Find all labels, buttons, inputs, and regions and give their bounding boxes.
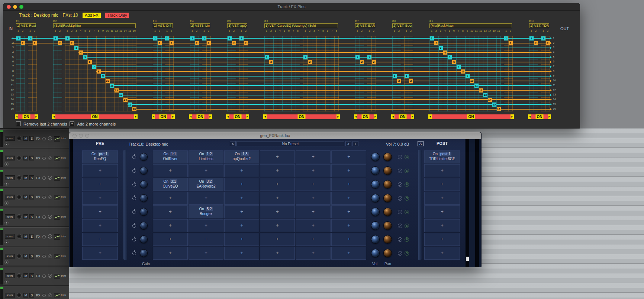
fx-name[interactable]: 1) VST: Oril: [153, 23, 173, 28]
chevron-down-icon[interactable]: ▾: [4, 260, 9, 264]
fx-power-icon[interactable]: [42, 196, 46, 199]
fx-name[interactable]: 2) VST: Boog: [392, 23, 412, 28]
vol-knob[interactable]: [371, 235, 380, 244]
phase-button[interactable]: [48, 136, 52, 140]
pin-connector[interactable]: 2: [372, 60, 376, 64]
pan-knob[interactable]: [383, 194, 392, 202]
chevron-down-icon[interactable]: ▾: [4, 162, 9, 166]
post-slot[interactable]: +: [424, 178, 460, 191]
pan-knob[interactable]: [383, 221, 392, 230]
bypass-button[interactable]: [398, 237, 402, 242]
gain-knob[interactable]: [140, 235, 148, 243]
mute-button[interactable]: M: [23, 136, 28, 141]
chevron-down-icon[interactable]: ▾: [4, 240, 9, 244]
on-bar-right-cap[interactable]: ▶: [209, 114, 212, 119]
post-slot[interactable]: +: [424, 219, 460, 232]
pre-slot[interactable]: +: [82, 178, 118, 191]
fx-name[interactable]: 2) VST3: Limit: [190, 23, 210, 28]
on-bar-right-cap[interactable]: ▶: [246, 114, 249, 119]
track-strip[interactable]: ROUTEMSFXtrim▾: [0, 247, 69, 266]
fx-slot[interactable]: +: [224, 205, 259, 218]
envelope-icon[interactable]: [54, 176, 60, 181]
solo-button[interactable]: S: [29, 195, 34, 199]
fx-on-bar[interactable]: ◀▶ON: [226, 114, 249, 119]
fx-slot[interactable]: +: [296, 205, 331, 218]
row-power-button[interactable]: [132, 210, 136, 214]
pin-connector[interactable]: 2: [58, 41, 62, 45]
pin-connector[interactable]: 5: [83, 55, 87, 59]
pin-connector[interactable]: 15: [492, 103, 496, 107]
pin-connector[interactable]: 2: [534, 41, 538, 45]
on-bar-left-cap[interactable]: ◀: [15, 114, 18, 119]
on-bar-left-cap[interactable]: ◀: [354, 114, 357, 119]
fx-slot[interactable]: +: [224, 178, 259, 191]
fx-slot[interactable]: +: [296, 219, 331, 232]
track-strip[interactable]: ROUTEMSFXtrim▾: [0, 169, 69, 188]
on-bar-right-cap[interactable]: ▶: [411, 114, 414, 119]
fx-slot[interactable]: +: [296, 247, 331, 260]
bypass-button[interactable]: [398, 251, 402, 256]
gain-knob[interactable]: [140, 208, 148, 216]
fx-slot[interactable]: +: [153, 219, 188, 232]
pin-grid-out[interactable]: [541, 36, 550, 111]
gain-knob[interactable]: [140, 194, 148, 202]
pin-connector[interactable]: 2: [207, 41, 211, 45]
pin-connector[interactable]: 12: [115, 88, 119, 92]
solo-button[interactable]: S: [29, 175, 34, 180]
row-power-button[interactable]: [132, 155, 136, 159]
pin-connector[interactable]: 15: [128, 103, 132, 107]
fx-slot[interactable]: +: [189, 247, 223, 260]
fx-on-bar[interactable]: ◀▶ON: [354, 114, 377, 119]
on-bar-right-cap[interactable]: ▶: [548, 114, 551, 119]
route-button[interactable]: ROUTE: [5, 234, 15, 239]
on-bar-left-cap[interactable]: ◀: [428, 114, 432, 119]
bypass-button[interactable]: [398, 196, 402, 201]
pin-connector[interactable]: 9: [466, 74, 470, 78]
fx-slot[interactable]: +: [153, 205, 188, 218]
pin-connector[interactable]: 13: [483, 93, 487, 97]
fx-on-bar[interactable]: ◀▶ON: [15, 114, 38, 119]
pin-grid-in[interactable]: [529, 36, 538, 111]
fx-power-icon[interactable]: [42, 215, 46, 219]
vol-knob[interactable]: [371, 153, 380, 161]
solo-button[interactable]: S: [405, 169, 409, 173]
envelope-icon[interactable]: [54, 195, 60, 200]
pin-connector[interactable]: 8: [97, 69, 101, 74]
track-only-button[interactable]: Track Only: [105, 13, 129, 18]
pin-connector[interactable]: 2: [434, 41, 438, 45]
mute-button[interactable]: M: [23, 254, 28, 259]
fx-slot[interactable]: +: [224, 164, 259, 177]
phase-button[interactable]: [48, 234, 52, 238]
pin-connector[interactable]: 2: [244, 41, 248, 45]
fx-slot[interactable]: +: [296, 192, 331, 205]
bypass-button[interactable]: [398, 169, 402, 173]
pin-connector[interactable]: 2: [21, 41, 25, 45]
fx-on-bar[interactable]: ◀▶ON: [391, 114, 414, 119]
on-bar-right-cap[interactable]: ▶: [511, 114, 514, 119]
pin-connector[interactable]: 16: [132, 107, 136, 111]
envelope-icon[interactable]: [54, 274, 60, 279]
phase-button[interactable]: [48, 176, 52, 180]
pin-connector[interactable]: 14: [123, 98, 128, 102]
solo-button[interactable]: S: [29, 136, 34, 141]
track-strip[interactable]: ROUTEMSFXtrim▾: [0, 227, 69, 246]
pin-connector[interactable]: 7: [457, 65, 461, 69]
pin-grid-out[interactable]: [28, 36, 37, 111]
pin-connector[interactable]: 1: [165, 36, 169, 40]
vol-knob[interactable]: [371, 221, 380, 230]
fx-slot[interactable]: +: [189, 164, 223, 177]
fx-slot[interactable]: +: [153, 247, 188, 260]
record-arm-button[interactable]: [17, 273, 22, 278]
pan-knob[interactable]: [383, 180, 392, 189]
fx-slot[interactable]: +: [331, 192, 366, 205]
solo-button[interactable]: S: [29, 254, 34, 259]
gain-knob[interactable]: [140, 181, 148, 188]
pin-grid-out[interactable]: [165, 36, 174, 111]
pin-connector[interactable]: 2: [308, 60, 312, 64]
pin-grid-out[interactable]: [202, 36, 211, 111]
pan-knob[interactable]: [383, 249, 392, 257]
pan-knob[interactable]: [383, 208, 392, 216]
pan-knob[interactable]: [383, 166, 392, 175]
mute-button[interactable]: M: [23, 156, 28, 160]
pin-grid-in[interactable]: [227, 36, 236, 111]
